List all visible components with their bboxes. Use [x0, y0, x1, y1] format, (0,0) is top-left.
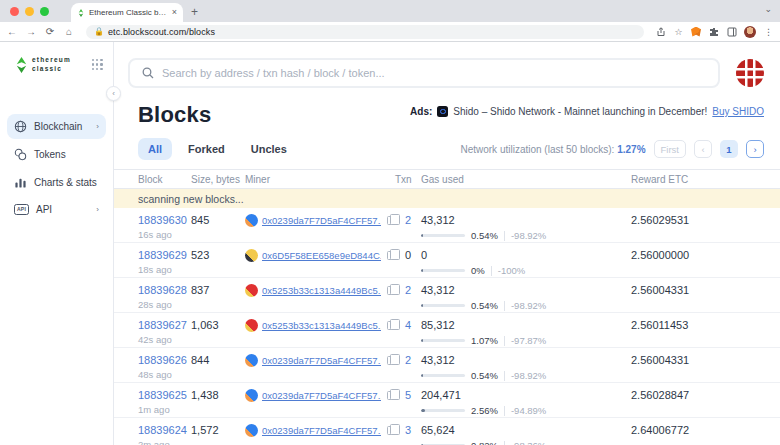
miner-address-link[interactable]: 0x0239da7F7D5aF4CFF57...b875: [262, 215, 381, 226]
browser-tab[interactable]: Ethereum Classic blocks | Blo ×: [71, 3, 183, 22]
gas-usage-bar: [421, 339, 465, 342]
gas-cell: 43,3120.54%-98.92%: [421, 284, 631, 311]
gas-change-percent: -100%: [498, 265, 525, 276]
maximize-window-button[interactable]: [40, 7, 49, 16]
block-link[interactable]: 18839625: [138, 389, 187, 401]
gas-usage-bar: [421, 269, 465, 272]
new-tab-button[interactable]: +: [191, 5, 198, 19]
network-menu-icon[interactable]: [736, 59, 764, 87]
side-panel-icon[interactable]: [726, 26, 737, 37]
sidebar-item-charts-stats[interactable]: Charts & stats: [7, 170, 106, 195]
url-text: etc.blockscout.com/blocks: [108, 27, 215, 37]
col-txn: Txn: [395, 174, 421, 185]
gas-used-value: 0: [421, 249, 631, 261]
tab-search-chevron-icon[interactable]: ⌄: [764, 4, 772, 14]
tab-all[interactable]: All: [138, 138, 172, 160]
sidebar-item-tokens[interactable]: Tokens: [7, 142, 106, 167]
block-size: 523: [191, 249, 245, 261]
txn-link[interactable]: 3: [405, 424, 411, 436]
block-cell: 1883963016s ago: [138, 214, 191, 240]
browser-menu-icon[interactable]: ⋮: [763, 26, 774, 37]
gas-cell: 65,6240.82%-98.36%: [421, 424, 631, 445]
copy-icon[interactable]: [387, 321, 395, 330]
miner-avatar: [245, 389, 258, 402]
close-window-button[interactable]: [10, 7, 19, 16]
copy-icon[interactable]: [387, 251, 395, 260]
sidebar-item-api[interactable]: API API ›: [7, 198, 106, 221]
miner-address-link[interactable]: 0x6D5F58EE658e9eD844C...C58a: [262, 250, 381, 261]
block-size: 845: [191, 214, 245, 226]
copy-icon[interactable]: [387, 216, 395, 225]
ad-link[interactable]: Buy SHIDO: [712, 106, 764, 117]
shido-logo-icon: [437, 106, 448, 117]
logo[interactable]: ethereum classic: [0, 56, 113, 74]
tab-uncles[interactable]: Uncles: [241, 138, 297, 160]
block-link[interactable]: 18839624: [138, 424, 187, 436]
pagination-next-button[interactable]: ›: [746, 140, 764, 158]
table-row: 1883962648s ago8440x0239da7F7D5aF4CFF57.…: [114, 348, 780, 383]
bookmark-star-icon[interactable]: ☆: [673, 26, 684, 37]
copy-icon[interactable]: [387, 286, 395, 295]
txn-link[interactable]: 2: [405, 284, 411, 296]
api-icon: API: [14, 204, 29, 215]
miner-cell: 0x5253b33c1313a4449Bc5...2872: [245, 319, 395, 332]
tab-close-icon[interactable]: ×: [172, 8, 177, 17]
col-reward: Reward ETC: [631, 174, 764, 185]
block-age: 42s ago: [138, 334, 191, 345]
miner-address-link[interactable]: 0x5253b33c1313a4449Bc5...2872: [262, 320, 381, 331]
forward-icon[interactable]: →: [25, 26, 37, 37]
gas-used-value: 43,312: [421, 354, 631, 366]
reward-value: 2.64006772: [631, 424, 764, 436]
copy-icon[interactable]: [387, 391, 395, 400]
block-link[interactable]: 18839626: [138, 354, 187, 366]
block-link[interactable]: 18839627: [138, 319, 187, 331]
ad-banner: Ads: Shido – Shido Network - Mainnet lau…: [410, 106, 764, 117]
pagination-first-button[interactable]: First: [654, 140, 686, 158]
block-age: 28s ago: [138, 299, 191, 310]
copy-icon[interactable]: [387, 426, 395, 435]
reload-icon[interactable]: ⟳: [44, 26, 56, 37]
address-bar[interactable]: 🔒 etc.blockscout.com/blocks: [86, 25, 644, 39]
share-icon[interactable]: [655, 26, 666, 37]
gas-sub-line: 0.54%-98.92%: [421, 300, 631, 311]
block-link[interactable]: 18839628: [138, 284, 187, 296]
block-size: 837: [191, 284, 245, 296]
block-cell: 1883962648s ago: [138, 354, 191, 380]
txn-link[interactable]: 2: [405, 354, 411, 366]
miner-address-link[interactable]: 0x0239da7F7D5aF4CFF57...b875: [262, 390, 381, 401]
profile-avatar[interactable]: [744, 26, 756, 38]
minimize-window-button[interactable]: [25, 7, 34, 16]
miner-avatar: [245, 284, 258, 297]
tab-forked[interactable]: Forked: [178, 138, 235, 160]
miner-address-link[interactable]: 0x5253b33c1313a4449Bc5...2872: [262, 285, 381, 296]
pagination-prev-button[interactable]: ‹: [694, 140, 712, 158]
divider: [504, 336, 505, 346]
extensions-puzzle-icon[interactable]: [708, 26, 719, 37]
apps-grid-icon[interactable]: [92, 59, 103, 70]
gas-cell: 00%-100%: [421, 249, 631, 276]
txn-link[interactable]: 5: [405, 389, 411, 401]
block-link[interactable]: 18839630: [138, 214, 187, 226]
block-link[interactable]: 18839629: [138, 249, 187, 261]
back-icon[interactable]: ←: [6, 26, 18, 37]
sidebar-collapse-button[interactable]: ‹: [106, 86, 121, 101]
miner-address-link[interactable]: 0x0239da7F7D5aF4CFF57...b875: [262, 425, 381, 436]
miner-address-link[interactable]: 0x0239da7F7D5aF4CFF57...b875: [262, 355, 381, 366]
table-row: 1883962828s ago8370x5253b33c1313a4449Bc5…: [114, 278, 780, 313]
block-size: 1,572: [191, 424, 245, 436]
txn-link[interactable]: 2: [405, 214, 411, 226]
copy-icon[interactable]: [387, 356, 395, 365]
blocks-table-body: 1883963016s ago8450x0239da7F7D5aF4CFF57.…: [114, 208, 780, 445]
search-box[interactable]: [128, 58, 720, 88]
gas-sub-line: 1.07%-97.87%: [421, 335, 631, 346]
miner-cell: 0x0239da7F7D5aF4CFF57...b875: [245, 354, 395, 367]
txn-link[interactable]: 4: [405, 319, 411, 331]
sidebar-item-blockchain[interactable]: Blockchain ›: [7, 114, 106, 139]
table-row: 1883962918s ago5230x6D5F58EE658e9eD844C.…: [114, 243, 780, 278]
gas-change-percent: -98.92%: [511, 370, 546, 381]
home-icon[interactable]: ⌂: [63, 26, 75, 37]
metamask-icon[interactable]: [691, 27, 701, 37]
search-input[interactable]: [162, 67, 706, 79]
gas-used-value: 43,312: [421, 284, 631, 296]
miner-avatar: [245, 214, 258, 227]
